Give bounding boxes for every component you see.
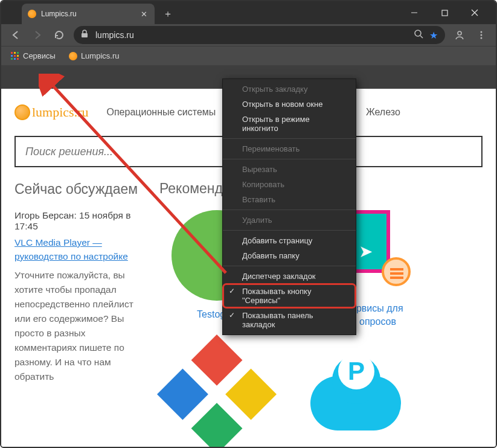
lock-icon: [81, 30, 89, 40]
back-button[interactable]: [6, 26, 25, 44]
card-pcloud[interactable]: P: [298, 352, 413, 437]
favicon-icon: [69, 52, 77, 60]
new-tab-button[interactable]: ＋: [159, 5, 176, 22]
forward-button[interactable]: [28, 26, 47, 44]
browser-tab[interactable]: Lumpics.ru ✕: [22, 4, 155, 24]
apps-icon: [11, 52, 19, 60]
bookmark-star-icon[interactable]: ★: [429, 30, 438, 41]
svg-line-6: [420, 36, 423, 38]
context-menu: Открыть закладку Открыть в новом окне От…: [222, 78, 356, 335]
ctx-delete[interactable]: Удалить: [223, 213, 356, 228]
logo-text: lumpics.ru: [32, 104, 89, 120]
ctx-rename[interactable]: Переименовать: [223, 141, 356, 156]
svg-point-9: [481, 34, 483, 36]
bookmark-label: Lumpics.ru: [81, 51, 120, 60]
url-text: lumpics.ru: [95, 30, 408, 40]
ctx-show-bookmarks-bar[interactable]: ✓Показывать панель закладок: [223, 308, 356, 332]
ctx-show-bar-label: Показывать панель закладок: [242, 311, 313, 329]
search-icon[interactable]: [414, 29, 423, 41]
logo-icon: [14, 104, 30, 120]
svg-point-7: [458, 31, 461, 35]
ctx-add-folder[interactable]: Добавить папку: [223, 248, 356, 263]
reload-button[interactable]: [50, 26, 69, 44]
ctx-show-apps-label: Показывать кнопку "Сервисы": [242, 287, 311, 305]
svg-rect-4: [82, 33, 88, 37]
post-link[interactable]: VLC Media Player — руководство по настро…: [14, 237, 128, 261]
ctx-show-apps-button[interactable]: ✓Показывать кнопку "Сервисы": [223, 284, 356, 308]
pcloud-icon: P: [310, 358, 401, 430]
lumpics-bookmark[interactable]: Lumpics.ru: [64, 49, 124, 63]
ctx-paste[interactable]: Вставить: [223, 192, 356, 207]
apps-label: Сервисы: [23, 51, 56, 60]
title-bar: Lumpics.ru ✕ ＋: [1, 1, 496, 24]
ctx-open-incognito[interactable]: Открыть в режиме инкогнито: [223, 112, 356, 136]
address-bar[interactable]: lumpics.ru ★: [74, 26, 445, 44]
tab-title: Lumpics.ru: [41, 10, 77, 18]
minimize-button[interactable]: [402, 4, 427, 22]
ctx-add-page[interactable]: Добавить страницу: [223, 233, 356, 248]
svg-point-8: [481, 31, 483, 33]
ctx-open-new-window[interactable]: Открыть в новом окне: [223, 97, 356, 112]
bookmarks-bar[interactable]: Сервисы Lumpics.ru: [1, 46, 496, 65]
ctx-cut[interactable]: Вырезать: [223, 162, 356, 177]
close-tab-button[interactable]: ✕: [139, 9, 149, 19]
nav-os[interactable]: Операционные системы: [107, 107, 216, 118]
card-diamond[interactable]: [159, 352, 274, 437]
tab-strip: Lumpics.ru ✕ ＋: [1, 1, 402, 24]
ctx-bookmark-manager[interactable]: Диспетчер закладок: [223, 269, 356, 284]
sidebar-heading: Сейчас обсуждаем: [14, 181, 145, 198]
browser-chrome: Lumpics.ru ✕ ＋ lumpics.ru ★ Серв: [1, 1, 496, 89]
close-window-button[interactable]: [462, 4, 487, 22]
check-icon: ✓: [229, 311, 235, 319]
omnibox-actions: ★: [414, 29, 438, 41]
apps-bookmark[interactable]: Сервисы: [6, 49, 60, 63]
window-controls: [402, 1, 496, 24]
check-icon: ✓: [229, 287, 235, 295]
ctx-open[interactable]: Открыть закладку: [223, 82, 356, 97]
post-body: Уточните пожалуйста, вы хотите чтобы про…: [14, 268, 145, 384]
svg-point-5: [415, 30, 421, 36]
toolbar: lumpics.ru ★: [1, 24, 496, 46]
discussion-post: Игорь Берсан: 15 ноября в 17:45 VLC Medi…: [14, 210, 145, 385]
diamond-icon: [157, 334, 277, 448]
post-meta: Игорь Берсан: 15 ноября в 17:45: [14, 210, 145, 232]
svg-point-10: [481, 37, 483, 39]
svg-rect-1: [442, 10, 447, 16]
nav-hardware[interactable]: Железо: [366, 107, 400, 118]
maximize-button[interactable]: [432, 4, 457, 22]
ctx-copy[interactable]: Копировать: [223, 177, 356, 192]
favicon-icon: [28, 10, 36, 18]
menu-button[interactable]: [472, 26, 491, 44]
sidebar: Сейчас обсуждаем Игорь Берсан: 15 ноября…: [14, 181, 145, 437]
profile-button[interactable]: [450, 26, 469, 44]
site-logo[interactable]: lumpics.ru: [14, 104, 89, 120]
